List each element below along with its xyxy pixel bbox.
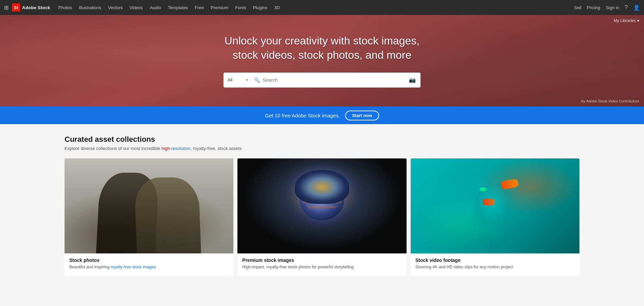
insect-head-shape [300, 179, 344, 220]
card-video-footage[interactable]: Stock video footage Stunning 4K and HD v… [411, 158, 579, 275]
card-image-premium [237, 158, 406, 253]
card-desc-stock-photos: Beautiful and inspiring royalty-free sto… [69, 264, 229, 270]
insect-body-decoration [237, 158, 406, 253]
nav-link-premium[interactable]: Premium [211, 5, 228, 10]
my-libraries-chevron: ▾ [637, 18, 639, 23]
card-stock-photos[interactable]: Stock photos Beautiful and inspiring roy… [65, 158, 233, 275]
nav-link-3d[interactable]: 3D [274, 5, 280, 10]
search-bar: All ▾ 🔍 📷 [223, 73, 421, 88]
card-desc-premium: High-impact, royalty-free stock photos f… [242, 264, 401, 270]
my-libraries-button[interactable]: My Libraries ▾ [614, 18, 639, 23]
nav-link-illustrations[interactable]: Illustrations [79, 5, 101, 10]
nav-help-icon[interactable]: ? [625, 4, 628, 11]
nav-sell-link[interactable]: Sell [574, 5, 582, 10]
neon-face-decoration [411, 158, 579, 253]
card-body-video: Stock video footage Stunning 4K and HD v… [411, 253, 579, 275]
adobe-stock-logo[interactable]: St Adobe Stock [12, 3, 50, 12]
hero-section: My Libraries ▾ Unlock your creativity wi… [0, 15, 644, 107]
search-input-area: 🔍 📷 [251, 75, 421, 84]
card-image-stock-photos [65, 158, 233, 253]
nav-link-audio[interactable]: Audio [150, 5, 161, 10]
nav-link-templates[interactable]: Templates [168, 5, 188, 10]
hero-title-line2: stock videos, stock photos, and more [233, 49, 411, 61]
search-input[interactable] [263, 77, 405, 83]
card-label-video: Stock video footage [415, 257, 575, 263]
nav-link-free[interactable]: Free [195, 5, 204, 10]
neon-accent-1 [501, 178, 519, 190]
insect-stripes-shape [300, 180, 344, 211]
my-libraries-label: My Libraries [614, 18, 636, 23]
cards-grid: Stock photos Beautiful and inspiring roy… [65, 158, 579, 275]
subtitle-highlight-high: high [161, 146, 170, 151]
hero-title: Unlock your creativity with stock images… [225, 34, 419, 62]
nav-link-plugins[interactable]: Plugins [253, 5, 268, 10]
nav-right-links: Sell Pricing Sign in ? 👤 [574, 4, 640, 11]
card-desc-video: Stunning 4K and HD video clips for any m… [415, 264, 575, 270]
brand-name: Adobe Stock [22, 5, 50, 10]
card-body-stock-photos: Stock photos Beautiful and inspiring roy… [65, 253, 233, 275]
hero-title-line1: Unlock your creativity with stock images… [225, 35, 419, 47]
start-now-button[interactable]: Start now [345, 111, 379, 120]
nav-link-vectors[interactable]: Vectors [108, 5, 123, 10]
nav-link-photos[interactable]: Photos [58, 5, 72, 10]
search-type-selector[interactable]: All ▾ [223, 77, 251, 82]
nav-signin-link[interactable]: Sign in [606, 5, 619, 10]
app-grid-icon[interactable]: ⊞ [4, 4, 8, 11]
section-subtitle: Explore diverse collections of our most … [65, 146, 579, 151]
visual-search-icon[interactable]: 📷 [408, 75, 417, 84]
section-title: Curated asset collections [65, 135, 579, 144]
search-type-dropdown[interactable]: All [223, 77, 251, 82]
navigation: ⊞ St Adobe Stock Photos Illustrations Ve… [0, 0, 644, 15]
search-icon: 🔍 [254, 77, 260, 83]
nav-account-icon[interactable]: 👤 [633, 4, 640, 11]
fashion-figure-decoration [65, 158, 233, 253]
promo-banner: Get 10 free Adobe Stock images. Start no… [0, 107, 644, 124]
card-label-premium: Premium stock images [242, 257, 401, 263]
card-body-premium: Premium stock images High-impact, royalt… [237, 253, 406, 275]
main-content: Curated asset collections Explore divers… [0, 124, 644, 289]
nav-links: Photos Illustrations Vectors Videos Audi… [58, 5, 574, 10]
neon-accent-2 [483, 198, 495, 205]
logo-badge: St [12, 3, 20, 12]
subtitle-highlight-resolution: resolution [171, 146, 190, 151]
logo-badge-text: St [14, 5, 18, 10]
neon-face-shape [464, 169, 525, 243]
nav-link-fonts[interactable]: Fonts [235, 5, 246, 10]
hero-attribution: by Adobe Stock Video Contributors [582, 99, 639, 103]
card-premium-images[interactable]: Premium stock images High-impact, royalt… [237, 158, 406, 275]
nav-link-videos[interactable]: Videos [129, 5, 143, 10]
card-image-video [411, 158, 579, 253]
card-label-stock-photos: Stock photos [69, 257, 229, 263]
promo-text: Get 10 free Adobe Stock images. [265, 113, 340, 118]
nav-pricing-link[interactable]: Pricing [587, 5, 601, 10]
